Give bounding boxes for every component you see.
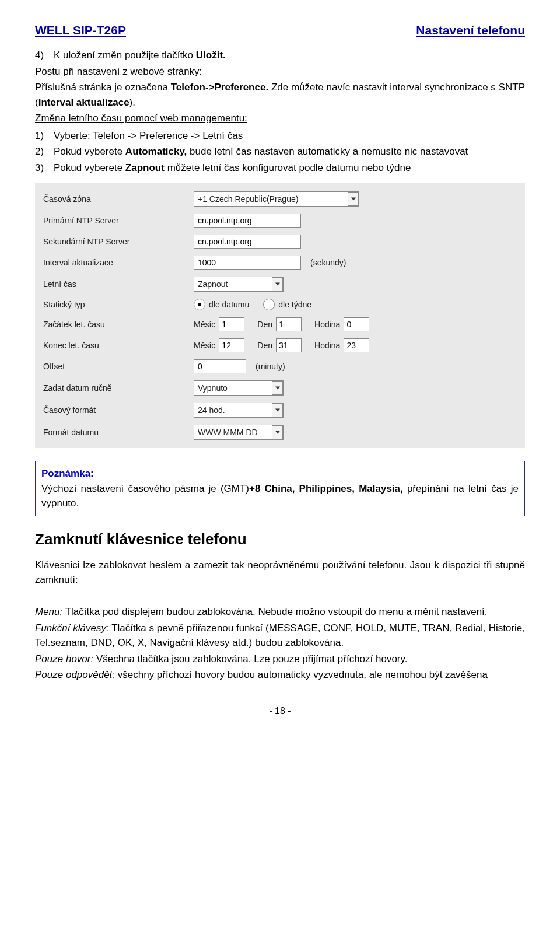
radio-by-date[interactable]	[194, 299, 205, 310]
lock-mode-label: Pouze hovor:	[35, 653, 93, 664]
lock-mode-menu: Menu: Tlačítka pod displejem budou zablo…	[35, 604, 525, 620]
ol-text: K uložení změn použijte tlačítko Uložit.	[54, 48, 525, 63]
select-date-format[interactable]: WWW MMM DD	[194, 425, 284, 440]
text-fragment: Příslušná stránka je označena	[35, 82, 171, 93]
label-dst: Letní čas	[43, 279, 194, 289]
ol-text: Pokud vyberete Automaticky, bude letní č…	[54, 144, 525, 159]
ol-number: 2)	[35, 144, 54, 159]
radio-by-week-label: dle týdne	[278, 300, 312, 309]
label-ntp2: Sekundární NTP Server	[43, 237, 194, 246]
month-label: Měsíc	[194, 320, 215, 329]
label-timezone: Časová zóna	[43, 194, 194, 204]
text-fragment: Pokud vyberete	[54, 146, 125, 157]
page-header: WELL SIP-T26P Nastavení telefonu	[35, 23, 525, 37]
day-label: Den	[257, 320, 272, 329]
month-label: Měsíc	[194, 341, 215, 350]
lock-mode-label: Pouze odpovědět:	[35, 669, 115, 680]
note-title: Poznámka:	[41, 468, 94, 479]
select-value: +1 Czech Republic(Prague)	[198, 194, 298, 204]
ol-text: Pokud vyberete Zapnout můžete letní čas …	[54, 160, 525, 176]
radio-by-date-label: dle datumu	[209, 300, 249, 309]
lock-mode-label: Funkční klávesy:	[35, 622, 109, 634]
input-start-hour[interactable]	[344, 317, 369, 331]
text-underline: Změna letního času pomocí web management…	[35, 113, 247, 124]
text-fragment: Všechna tlačítka jsou zablokována. Lze p…	[93, 653, 407, 664]
select-manual-date[interactable]: Vypnuto	[194, 380, 284, 396]
input-end-day[interactable]	[276, 338, 302, 352]
settings-form-panel: Časová zóna +1 Czech Republic(Prague) Pr…	[35, 183, 525, 448]
text-bold: Uložit.	[196, 50, 226, 61]
text-fragment: K uložení změn použijte tlačítko	[54, 50, 196, 61]
paragraph: Klávesnici lze zablokovat heslem a zamez…	[35, 558, 525, 587]
lock-mode-func: Funkční klávesy: Tlačítka s pevně přiřaz…	[35, 621, 525, 650]
label-interval: Interval aktualizace	[43, 258, 194, 267]
chevron-down-icon	[348, 192, 359, 206]
lock-mode-callonly: Pouze hovor: Všechna tlačítka jsou zablo…	[35, 652, 525, 667]
select-clock-format[interactable]: 24 hod.	[194, 403, 284, 418]
chevron-down-icon	[272, 425, 283, 439]
label-clock-format: Časový formát	[43, 405, 194, 415]
hour-label: Hodina	[314, 341, 340, 350]
text-fragment: všechny příchozí hovory budou automatick…	[115, 669, 488, 680]
note-body: Výchozí nastavení časového pásma je (GMT…	[41, 483, 519, 509]
paragraph: Změna letního času pomocí web management…	[35, 111, 525, 126]
text-bold: +8 China, Philippines, Malaysia,	[249, 483, 403, 494]
label-date-format: Formát datumu	[43, 428, 194, 437]
label-dst-start: Začátek let. času	[43, 320, 194, 329]
input-start-month[interactable]	[219, 317, 244, 331]
input-end-month[interactable]	[219, 338, 244, 352]
lock-mode-answeronly: Pouze odpovědět: všechny příchozí hovory…	[35, 667, 525, 683]
text-bold: Automaticky,	[125, 146, 187, 157]
ordered-list: 1) Vyberte: Telefon -> Preference -> Let…	[35, 128, 525, 176]
input-end-hour[interactable]	[344, 338, 369, 352]
input-start-day[interactable]	[276, 317, 302, 331]
ol-number: 1)	[35, 128, 54, 144]
ol-number: 4)	[35, 48, 54, 63]
header-right: Nastavení telefonu	[416, 23, 525, 37]
interval-unit: (sekundy)	[310, 258, 346, 267]
chevron-down-icon	[272, 277, 283, 291]
input-ntp2[interactable]	[194, 235, 301, 249]
select-value: 24 hod.	[198, 405, 225, 415]
select-value: Zapnout	[198, 279, 228, 289]
label-dst-end: Konec let. času	[43, 341, 194, 350]
section-title-keypad-lock: Zamknutí klávesnice telefonu	[35, 530, 525, 548]
text-bold: Telefon->Preference.	[171, 82, 268, 93]
select-dst[interactable]: Zapnout	[194, 277, 284, 292]
text-fragment: ).	[130, 97, 135, 108]
section2-body: Klávesnici lze zablokovat heslem a zamez…	[35, 558, 525, 683]
text-fragment: Tlačítka pod displejem budou zablokována…	[62, 606, 487, 617]
input-ntp1[interactable]	[194, 214, 301, 228]
ol-number: 3)	[35, 160, 54, 176]
text-bold: Interval aktualizace	[38, 97, 130, 108]
day-label: Den	[257, 341, 272, 350]
page-number: - 18 -	[35, 706, 525, 716]
chevron-down-icon	[272, 381, 283, 395]
offset-unit: (minuty)	[256, 362, 285, 371]
input-interval[interactable]	[194, 256, 301, 270]
text-fragment: Tlačítka s pevně přiřazenou funkcí (MESS…	[35, 622, 525, 649]
label-offset: Offset	[43, 362, 194, 371]
ol-text: Vyberte: Telefon -> Preference -> Letní …	[54, 128, 525, 144]
label-ntp1: Primární NTP Server	[43, 216, 194, 225]
hour-label: Hodina	[314, 320, 340, 329]
header-left: WELL SIP-T26P	[35, 23, 126, 37]
input-offset[interactable]	[194, 359, 246, 373]
lock-mode-label: Menu:	[35, 606, 62, 617]
text-bold: Zapnout	[125, 162, 164, 173]
text-fragment: můžete letní čas konfigurovat podle datu…	[164, 162, 411, 173]
radio-by-week[interactable]	[263, 299, 275, 310]
select-timezone[interactable]: +1 Czech Republic(Prague)	[194, 191, 359, 207]
paragraph: Příslušná stránka je označena Telefon->P…	[35, 80, 525, 110]
label-manual-date: Zadat datum ručně	[43, 383, 194, 393]
note-box: Poznámka: Výchozí nastavení časového pás…	[35, 461, 525, 516]
text-fragment: Výchozí nastavení časového pásma je (GMT…	[41, 483, 249, 494]
text-fragment: Pokud vyberete	[54, 162, 125, 173]
select-value: Vypnuto	[198, 383, 228, 393]
paragraph: Postu při nastavení z webové stránky:	[35, 64, 525, 79]
chevron-down-icon	[272, 403, 283, 417]
select-value: WWW MMM DD	[198, 428, 258, 437]
radio-dot	[198, 303, 201, 306]
text-fragment: bude letní čas nastaven automaticky a ne…	[187, 146, 468, 157]
label-static-type: Statický typ	[43, 300, 194, 309]
